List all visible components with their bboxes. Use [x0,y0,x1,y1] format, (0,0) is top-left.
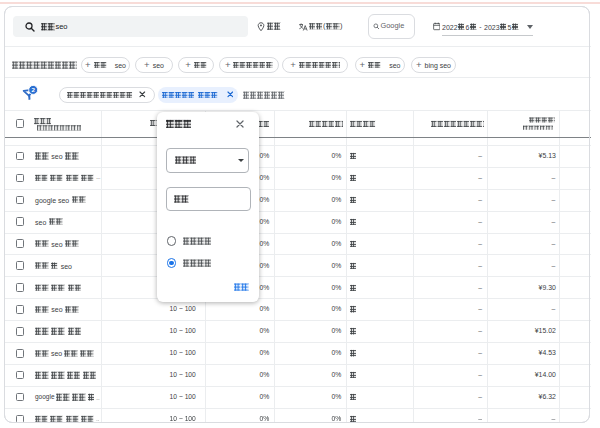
svg-text:2: 2 [32,86,36,93]
